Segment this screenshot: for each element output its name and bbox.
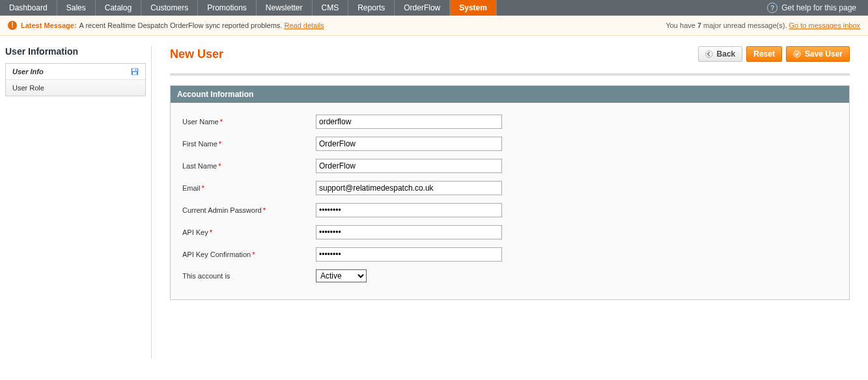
email-input[interactable] <box>316 181 502 195</box>
tab-user-info[interactable]: User Info <box>6 64 145 80</box>
nav-cms[interactable]: CMS <box>313 0 349 16</box>
sidebar-title: User Information <box>5 46 146 57</box>
messages-inbox-link[interactable]: Go to messages inbox <box>789 21 860 29</box>
nav-orderflow[interactable]: OrderFlow <box>395 0 450 16</box>
api-key-label: API Key <box>182 228 208 236</box>
email-label: Email <box>182 184 201 192</box>
nav-system[interactable]: System <box>450 0 497 16</box>
nav-newsletter[interactable]: Newsletter <box>257 0 313 16</box>
required-asterisk: * <box>218 162 221 170</box>
tab-user-role-label: User Role <box>12 84 44 92</box>
back-arrow-icon <box>705 50 713 58</box>
check-circle-icon <box>793 50 801 58</box>
required-asterisk: * <box>263 206 266 214</box>
svg-rect-3 <box>135 69 137 70</box>
user-name-label: User Name <box>182 118 219 126</box>
help-icon: ? <box>767 3 777 13</box>
api-key-input[interactable] <box>316 225 502 239</box>
svg-rect-2 <box>133 72 137 75</box>
page-title: New User <box>170 48 223 61</box>
latest-message-label: Latest Message: <box>21 21 77 29</box>
unread-messages: You have 7 major unread message(s). Go t… <box>665 21 860 29</box>
required-asterisk: * <box>220 118 223 126</box>
account-info-panel: Account Information User Name* First Nam… <box>170 85 850 300</box>
api-key-confirm-label: API Key Confirmation <box>182 251 251 258</box>
first-name-input[interactable] <box>316 137 502 151</box>
warning-icon: ! <box>8 21 17 30</box>
required-asterisk: * <box>210 228 212 236</box>
api-key-confirm-input[interactable] <box>316 247 502 262</box>
nav-catalog[interactable]: Catalog <box>96 0 141 16</box>
required-asterisk: * <box>252 251 255 258</box>
svg-rect-1 <box>132 69 137 72</box>
save-user-button[interactable]: Save User <box>786 46 850 62</box>
account-status-label: This account is <box>182 272 230 280</box>
title-underline <box>170 74 850 76</box>
tab-user-role[interactable]: User Role <box>6 80 145 96</box>
latest-message-text: A recent Realtime Despatch OrderFlow syn… <box>79 21 283 29</box>
save-icon <box>131 68 139 75</box>
nav-sales[interactable]: Sales <box>57 0 96 16</box>
svg-point-4 <box>705 51 712 58</box>
nav-customers[interactable]: Customers <box>141 0 198 16</box>
panel-title: Account Information <box>171 86 849 103</box>
nav-reports[interactable]: Reports <box>348 0 395 16</box>
nav-promotions[interactable]: Promotions <box>198 0 257 16</box>
required-asterisk: * <box>219 140 221 148</box>
last-name-input[interactable] <box>316 159 502 173</box>
account-status-select[interactable]: Active <box>316 269 367 282</box>
nav-dashboard[interactable]: Dashboard <box>0 0 57 16</box>
top-nav: Dashboard Sales Catalog Customers Promot… <box>0 0 868 16</box>
message-bar: ! Latest Message: A recent Realtime Desp… <box>0 16 868 36</box>
password-input[interactable] <box>316 203 502 217</box>
read-details-link[interactable]: Read details <box>284 21 324 29</box>
help-label: Get help for this page <box>781 3 856 12</box>
user-name-input[interactable] <box>316 115 502 129</box>
help-link[interactable]: ? Get help for this page <box>755 0 868 16</box>
first-name-label: First Name <box>182 140 217 148</box>
reset-button[interactable]: Reset <box>746 46 782 62</box>
required-asterisk: * <box>202 184 204 192</box>
back-button[interactable]: Back <box>698 46 743 62</box>
tab-user-info-label: User Info <box>12 68 44 75</box>
sidebar-tabs: User Info User Role <box>5 63 146 96</box>
password-label: Current Admin Password <box>182 206 262 214</box>
last-name-label: Last Name <box>182 162 217 170</box>
